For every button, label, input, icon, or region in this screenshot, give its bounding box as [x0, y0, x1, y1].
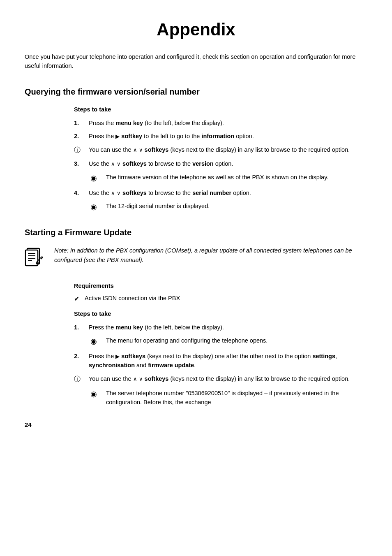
- bold-serial: serial number: [192, 190, 231, 196]
- step-num: 4.: [74, 188, 86, 197]
- section1-step3-list: 3. Use the ∧ ∨ softkeys to browse to the…: [74, 159, 367, 168]
- step-content: Press the ▶ softkey to the left to go to…: [89, 132, 367, 141]
- section1-step4-list: 4. Use the ∧ ∨ softkeys to browse to the…: [74, 188, 367, 197]
- bold-softkey: softkey: [121, 133, 142, 139]
- bold-firmware-update: firmware update: [148, 362, 194, 368]
- note-server: ◉ The server telephone number "053069200…: [90, 389, 367, 407]
- checkmark-icon: ✔: [74, 294, 85, 304]
- step-num: 1.: [74, 118, 86, 127]
- bold-softkeys: softkeys: [122, 160, 147, 167]
- callout-note: Note: In addition to the PBX configurati…: [25, 246, 367, 273]
- up-arrow-icon: ∧: [111, 161, 115, 167]
- note-serial: ◉ The 12-digit serial number is displaye…: [90, 202, 367, 213]
- section2-steps-label: Steps to take: [74, 310, 367, 319]
- req-item: ✔ Active ISDN connection via the PBX: [74, 294, 367, 304]
- bold-settings: settings: [312, 353, 335, 359]
- down-arrow-icon: ∨: [117, 161, 121, 167]
- note-eye-icon: ◉: [90, 173, 104, 184]
- step-1-1: 1. Press the menu key (to the left, belo…: [74, 118, 367, 127]
- req-text: Active ISDN connection via the PBX: [85, 294, 180, 303]
- step-content: Press the menu key (to the left, below t…: [89, 118, 367, 127]
- bold-softkeys: softkeys: [145, 375, 169, 382]
- info-circle-icon: ⓘ: [74, 145, 86, 155]
- info-note-2: ⓘ You can use the ∧ ∨ softkeys (keys nex…: [74, 374, 367, 385]
- note-eye-icon: ◉: [90, 389, 104, 400]
- step-1-3: 3. Use the ∧ ∨ softkeys to browse to the…: [74, 159, 367, 168]
- bold-synchronisation: synchronisation: [89, 362, 135, 368]
- triangle-icon: ▶: [115, 353, 120, 359]
- note-text: The firmware version of the telephone as…: [106, 173, 367, 182]
- page-title: Appendix: [25, 16, 367, 42]
- step-num: 2.: [74, 132, 86, 141]
- section-firmware-query: Querying the firmware version/serial num…: [25, 86, 367, 213]
- bold-softkeys: softkeys: [145, 146, 169, 153]
- triangle-icon: ▶: [115, 133, 120, 139]
- bold-menu-key: menu key: [115, 324, 143, 331]
- info-note-1: ⓘ You can use the ∧ ∨ softkeys (keys nex…: [74, 145, 367, 155]
- info-text: You can use the ∧ ∨ softkeys (keys next …: [89, 145, 350, 154]
- step-num: 2.: [74, 352, 86, 361]
- step-num: 3.: [74, 159, 86, 168]
- bold-softkeys: softkeys: [121, 353, 145, 359]
- notepad-icon: [25, 247, 49, 273]
- step-content: Press the menu key (to the left, below t…: [89, 323, 367, 332]
- page-number: 24: [25, 420, 367, 430]
- down-arrow-icon: ∨: [117, 190, 121, 196]
- info-text: You can use the ∧ ∨ softkeys (keys next …: [89, 374, 350, 383]
- callout-text: Note: In addition to the PBX configurati…: [54, 246, 367, 264]
- up-arrow-icon: ∧: [111, 190, 115, 196]
- bold-information: information: [201, 133, 234, 139]
- up-arrow-icon: ∧: [133, 147, 137, 153]
- bold-version: version: [192, 160, 214, 167]
- section1-steps-list: 1. Press the menu key (to the left, belo…: [74, 118, 367, 141]
- section1-heading: Querying the firmware version/serial num…: [25, 86, 367, 98]
- note-menu: ◉ The menu for operating and configuring…: [90, 336, 367, 348]
- step-2-1: 1. Press the menu key (to the left, belo…: [74, 323, 367, 332]
- intro-text: Once you have put your telephone into op…: [25, 52, 367, 71]
- step-1-4: 4. Use the ∧ ∨ softkeys to browse to the…: [74, 188, 367, 197]
- step-1-2: 2. Press the ▶ softkey to the left to go…: [74, 132, 367, 141]
- requirements-label: Requirements: [74, 282, 367, 291]
- step-content: Press the ▶ softkeys (keys next to the d…: [89, 352, 367, 370]
- note-text: The 12-digit serial number is displayed.: [106, 202, 367, 211]
- note-text: The server telephone number "05306920051…: [106, 389, 367, 407]
- info-circle-icon: ⓘ: [74, 374, 86, 385]
- step-2-2: 2. Press the ▶ softkeys (keys next to th…: [74, 352, 367, 370]
- step-content: Use the ∧ ∨ softkeys to browse to the ve…: [89, 159, 367, 168]
- section2-heading: Starting a Firmware Update: [25, 226, 367, 239]
- note-eye-icon: ◉: [90, 202, 104, 213]
- down-arrow-icon: ∨: [139, 147, 143, 153]
- bold-menu-key: menu key: [115, 120, 143, 126]
- section1-steps-label: Steps to take: [74, 105, 367, 114]
- note-eye-icon: ◉: [90, 336, 104, 348]
- step-content: Use the ∧ ∨ softkeys to browse to the se…: [89, 188, 367, 197]
- bold-softkeys: softkeys: [122, 190, 147, 196]
- step-num: 1.: [74, 323, 86, 332]
- section2-step2-list: 2. Press the ▶ softkeys (keys next to th…: [74, 352, 367, 370]
- note-text: The menu for operating and configuring t…: [106, 336, 367, 345]
- section2-step1-list: 1. Press the menu key (to the left, belo…: [74, 323, 367, 332]
- down-arrow-icon: ∨: [139, 376, 143, 382]
- section-firmware-update: Starting a Firmware Update Note: In add: [25, 226, 367, 407]
- note-version: ◉ The firmware version of the telephone …: [90, 173, 367, 184]
- up-arrow-icon: ∧: [133, 376, 137, 382]
